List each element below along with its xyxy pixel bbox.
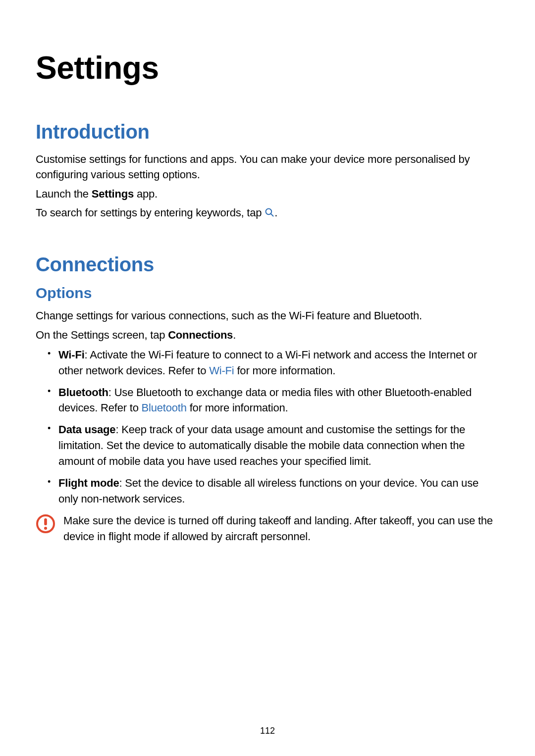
intro-paragraph-2: Launch the Settings app. [36,187,499,202]
intro-paragraph-1: Customise settings for functions and app… [36,152,499,183]
list-item-wifi: Wi-Fi: Activate the Wi-Fi feature to con… [50,347,499,379]
option-label: Bluetooth [58,386,108,399]
page-title: Settings [36,50,499,86]
svg-line-1 [271,214,273,216]
svg-point-4 [44,527,47,530]
link-bluetooth[interactable]: Bluetooth [142,402,187,414]
connections-paragraph-2: On the Settings screen, tap Connections. [36,328,499,343]
page-number: 112 [0,726,535,736]
text: for more information. [187,402,288,414]
option-label: Flight mode [58,477,119,489]
list-item-bluetooth: Bluetooth: Use Bluetooth to exchange dat… [50,385,499,416]
list-item-data-usage: Data usage: Keep track of your data usag… [50,422,499,469]
section-heading-connections: Connections [36,253,499,276]
connections-option-list: Wi-Fi: Activate the Wi-Fi feature to con… [36,347,499,507]
caution-icon [36,513,55,536]
page: Settings Introduction Customise settings… [0,0,535,756]
section-heading-introduction: Introduction [36,121,499,143]
intro-paragraph-3: To search for settings by entering keywo… [36,205,499,222]
text: : Keep track of your data usage amount a… [58,423,465,467]
subsection-heading-options: Options [36,285,499,302]
text: . [233,329,236,341]
link-wifi[interactable]: Wi-Fi [209,364,234,377]
text: : Set the device to disable all wireless… [58,477,479,505]
connections-menu-name: Connections [168,329,233,341]
text: . [274,206,277,219]
caution-text: Make sure the device is turned off durin… [63,513,499,545]
option-label: Wi-Fi [58,349,85,361]
list-item-flight-mode: Flight mode: Set the device to disable a… [50,475,499,507]
text: To search for settings by entering keywo… [36,206,265,219]
svg-rect-3 [44,518,47,525]
text: app. [134,188,158,200]
caution-callout: Make sure the device is turned off durin… [36,513,499,545]
connections-paragraph-1: Change settings for various connections,… [36,308,499,324]
option-label: Data usage [58,423,115,436]
settings-app-name: Settings [92,188,134,200]
text: for more information. [234,364,336,377]
text: Launch the [36,188,92,200]
text: On the Settings screen, tap [36,329,168,341]
search-icon [265,206,274,222]
